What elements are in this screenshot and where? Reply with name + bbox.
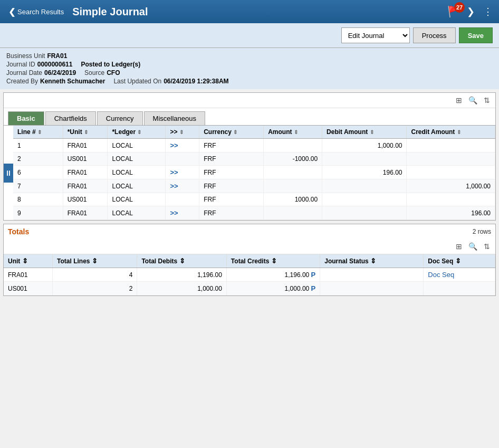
totals-col-debits[interactable]: Total Debits ⇕ [137,254,226,268]
totals-col-lines[interactable]: Total Lines ⇕ [53,254,137,268]
action-select[interactable]: Edit Journal [341,27,410,43]
cell-arrow[interactable]: >> [166,206,199,220]
journal-date-value: 06/24/2019 [44,69,76,77]
arrow-link[interactable]: >> [170,209,178,217]
tab-miscellaneous[interactable]: Miscellaneous [144,111,205,125]
cell-credit [407,152,495,166]
lines-icon-toolbar: ⊞ 🔍 ⇅ [4,93,495,108]
cell-debit: 196.00 [322,166,407,179]
created-by-value: Kenneth Schumacher [40,78,105,85]
cell-unit: US001 [63,193,108,206]
totals-sort-unit-icon: ⇕ [22,257,28,265]
totals-col-docseq[interactable]: Doc Seq ⇕ [424,254,495,268]
tab-chartfields[interactable]: Chartfields [45,111,96,125]
journal-info: Business Unit FRA01 Journal ID 000000061… [0,48,499,89]
cell-currency: FRF [199,193,264,206]
totals-sort-lines-icon: ⇕ [92,257,98,265]
totals-col-status[interactable]: Journal Status ⇕ [320,254,424,268]
col-currency[interactable]: Currency ⇕ [199,126,264,139]
doc-seq-link[interactable]: Doc Seq [428,271,454,279]
source-label: Source [84,69,104,77]
cell-amount [264,206,322,220]
totals-row: US001 2 1,000.00 1,000.00 P [4,282,495,296]
journal-date-label: Journal Date [6,69,42,77]
back-button[interactable]: ❮ Search Results [4,5,68,19]
info-row-business-unit: Business Unit FRA01 [6,52,493,60]
cell-arrow[interactable]: >> [166,179,199,193]
nav-next-button[interactable]: ❯ [465,4,477,20]
journal-id-label: Journal ID [6,61,35,68]
arrow-link[interactable]: >> [170,168,178,176]
totals-col-credits[interactable]: Total Credits ⇕ [226,254,320,268]
totals-expand-icon[interactable]: ⊞ [454,241,464,252]
more-menu-button[interactable]: ⋮ [481,4,495,20]
cell-ledger: LOCAL [108,179,166,193]
totals-cell-status [320,282,424,296]
cell-unit: FRA01 [63,179,108,193]
table-header-row: Line # ⇕ *Unit ⇕ *Ledger ⇕ >> ⇕ Currency… [13,126,495,139]
totals-cell-docseq[interactable]: Doc Seq [424,268,495,282]
totals-sort-debits-icon: ⇕ [179,257,185,265]
process-button[interactable]: Process [413,27,456,43]
cell-amount: -1000.00 [264,152,322,166]
journal-id-value: 0000000611 [37,61,73,68]
status-p: P [311,271,316,279]
pause-button[interactable]: ⏸ [4,164,13,183]
sort-debit-icon: ⇕ [370,129,374,135]
journal-lines-section: ⊞ 🔍 ⇅ Basic Chartfields Currency Miscell… [3,92,496,221]
cell-arrow [166,152,199,166]
notification-badge[interactable]: 27 [454,2,465,13]
totals-label: Totals [8,227,29,236]
totals-search-icon[interactable]: 🔍 [466,241,479,252]
business-unit-label: Business Unit [6,52,45,60]
cell-amount [264,179,322,193]
back-chevron-icon: ❮ [8,7,15,17]
search-icon[interactable]: 🔍 [466,95,479,106]
col-debit[interactable]: Debit Amount ⇕ [322,126,407,139]
page-title: Simple Journal [72,6,447,18]
totals-header-row: Unit ⇕ Total Lines ⇕ Total Debits ⇕ Tota… [4,254,495,268]
col-unit[interactable]: *Unit ⇕ [63,126,108,139]
cell-ledger: LOCAL [108,139,166,152]
cell-line: 9 [13,206,63,220]
totals-cell-debits: 1,000.00 [137,282,226,296]
table-row: 9 FRA01 LOCAL >> FRF 196.00 [13,206,495,220]
cell-currency: FRF [199,166,264,179]
posted-status: Posted to Ledger(s) [81,61,140,68]
cell-line: 8 [13,193,63,206]
col-ledger[interactable]: *Ledger ⇕ [108,126,166,139]
totals-sort-credits-icon: ⇕ [271,257,277,265]
sort-ledger-icon: ⇕ [137,129,141,135]
totals-col-unit[interactable]: Unit ⇕ [4,254,53,268]
totals-sort-docseq-icon: ⇕ [455,257,461,265]
totals-cell-unit: FRA01 [4,268,53,282]
arrow-link[interactable]: >> [170,182,178,190]
col-arrow[interactable]: >> ⇕ [166,126,199,139]
journal-tabs: Basic Chartfields Currency Miscellaneous [4,108,495,126]
col-line[interactable]: Line # ⇕ [13,126,63,139]
totals-sort-icon[interactable]: ⇅ [482,241,492,252]
cell-arrow[interactable]: >> [166,139,199,152]
expand-icon[interactable]: ⊞ [454,95,464,106]
table-row: 8 US001 LOCAL FRF 1000.00 [13,193,495,206]
col-amount[interactable]: Amount ⇕ [264,126,322,139]
cell-arrow[interactable]: >> [166,166,199,179]
sort-line-icon: ⇕ [37,129,42,135]
arrow-link[interactable]: >> [170,141,178,149]
app-header: ❮ Search Results Simple Journal 🚩 27 ❯ ⋮ [0,0,499,23]
totals-sort-status-icon: ⇕ [370,257,376,265]
totals-row: FRA01 4 1,196.00 1,196.00 P Doc Seq [4,268,495,282]
table-row: 1 FRA01 LOCAL >> FRF 1,000.00 [13,139,495,152]
cell-ledger: LOCAL [108,206,166,220]
cell-debit [322,152,407,166]
col-credit[interactable]: Credit Amount ⇕ [407,126,495,139]
sort-icon[interactable]: ⇅ [482,95,492,106]
cell-ledger: LOCAL [108,152,166,166]
tab-basic[interactable]: Basic [8,111,44,125]
last-updated-label: Last Updated On [113,78,161,85]
save-button[interactable]: Save [459,27,493,43]
totals-icon-toolbar: ⊞ 🔍 ⇅ [4,239,495,254]
cell-unit: US001 [63,152,108,166]
tab-currency[interactable]: Currency [97,111,143,125]
cell-currency: FRF [199,179,264,193]
